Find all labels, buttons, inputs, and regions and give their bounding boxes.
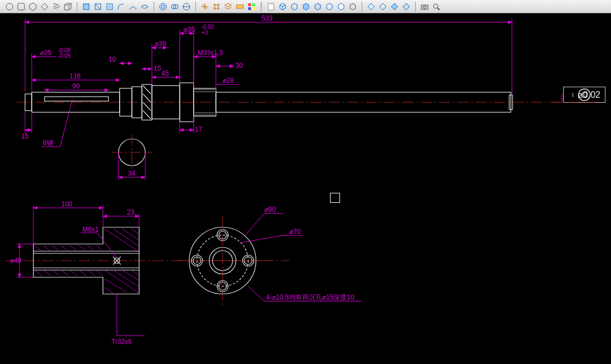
dim-100: 100 — [61, 200, 72, 208]
svg-line-149 — [248, 286, 264, 301]
tb-arca-icon[interactable] — [116, 1, 127, 12]
svg-line-115 — [131, 270, 138, 275]
toolbar-separator — [195, 2, 196, 12]
dim-23: 23 — [127, 208, 135, 216]
tb-cube3-icon[interactable] — [300, 1, 312, 12]
svg-point-26 — [433, 4, 438, 8]
svg-rect-17 — [252, 7, 255, 10]
dim-34: 34 — [128, 169, 136, 177]
tb-boxa-icon[interactable] — [81, 1, 92, 12]
svg-line-93 — [61, 246, 68, 251]
svg-marker-2 — [29, 3, 36, 11]
dim-hole-note: 4-⌀10.5均布再沉孔⌀15深度10 — [266, 293, 354, 301]
tb-paste-icon[interactable] — [265, 1, 277, 12]
toolbar-separator — [154, 2, 154, 12]
dimensions-nut: 100 23 M6x1 ⌀49 Tr32x6 — [10, 200, 145, 346]
tb-orient-icon[interactable] — [234, 1, 245, 12]
dim-d39: ⌀39 — [155, 40, 166, 48]
toolbar-separator — [260, 2, 262, 12]
dim-m6: M6x1 — [82, 226, 99, 233]
drawing-svg: 533 ⌀35 -0.02 +0 ⌀39 ⌀25 -0.08 -0.05 M33… — [0, 13, 611, 364]
tb-gem4-icon[interactable] — [401, 1, 412, 12]
tb-group-view — [198, 1, 259, 12]
tb-arcc-icon[interactable] — [139, 1, 150, 12]
svg-line-91 — [43, 246, 51, 251]
tb-cube2-icon[interactable] — [289, 1, 300, 12]
dim-tr32: Tr32x6 — [111, 338, 132, 346]
dim-d35: ⌀35 — [184, 26, 195, 33]
svg-rect-15 — [252, 3, 255, 6]
svg-line-104 — [88, 270, 95, 276]
tb-cube5-icon[interactable] — [324, 1, 335, 12]
svg-point-8 — [160, 3, 166, 10]
svg-line-124 — [97, 233, 117, 258]
dim-d28: ⌀28 — [223, 77, 234, 84]
svg-marker-21 — [380, 3, 386, 10]
svg-line-98 — [35, 270, 42, 276]
svg-line-90 — [35, 246, 42, 251]
toolbar-separator — [362, 2, 362, 12]
tb-camera-icon[interactable] — [419, 1, 430, 12]
tb-boxb-icon[interactable] — [92, 1, 104, 12]
svg-line-108 — [122, 229, 138, 240]
tb-hex-icon[interactable] — [27, 1, 38, 12]
tb-layers-icon[interactable] — [223, 1, 234, 12]
dim-d35-toll: +0 — [201, 29, 208, 36]
tb-gem1-icon[interactable] — [366, 1, 377, 12]
svg-line-106 — [105, 229, 138, 251]
svg-line-145 — [245, 213, 264, 236]
tb-group-gems — [364, 1, 413, 12]
tb-diamond-icon[interactable] — [39, 1, 50, 12]
tb-zoom-icon[interactable] — [431, 1, 442, 12]
svg-line-38 — [143, 102, 151, 111]
dim-d49: ⌀49 — [10, 257, 22, 265]
tb-grid-icon[interactable] — [211, 1, 222, 12]
svg-line-112 — [105, 288, 112, 292]
dimensions-top: 533 ⌀35 -0.02 +0 ⌀39 ⌀25 -0.08 -0.05 M33… — [21, 14, 562, 180]
tb-box3d-icon[interactable] — [62, 1, 73, 12]
svg-marker-3 — [41, 3, 48, 10]
svg-line-101 — [61, 270, 68, 276]
tb-cube1-icon[interactable] — [277, 1, 288, 12]
dim-17: 17 — [195, 126, 203, 133]
svg-rect-19 — [269, 3, 273, 4]
tb-cube4-icon[interactable] — [312, 1, 323, 12]
svg-line-39 — [143, 111, 151, 119]
tb-ring3-icon[interactable] — [181, 1, 192, 12]
tb-gem2-icon[interactable] — [377, 1, 388, 12]
dim-d90: ⌀90 — [264, 206, 276, 213]
drawing-canvas[interactable]: ⌀0.02 — [0, 13, 611, 364]
svg-line-97 — [97, 246, 102, 251]
dim-30: 30 — [235, 62, 243, 69]
tb-axis-icon[interactable] — [199, 1, 210, 12]
dim-d70: ⌀70 — [289, 228, 301, 236]
svg-line-96 — [88, 246, 95, 251]
svg-line-114 — [122, 270, 138, 280]
dim-45: 45 — [161, 69, 169, 77]
svg-line-147 — [240, 236, 281, 243]
svg-line-92 — [52, 246, 60, 251]
tb-cube6-icon[interactable] — [336, 1, 347, 12]
tb-cube7-icon[interactable] — [347, 1, 358, 12]
svg-line-102 — [70, 270, 77, 276]
tb-ring2-icon[interactable] — [169, 1, 180, 12]
tb-coil-icon[interactable] — [51, 1, 62, 12]
svg-rect-1 — [18, 3, 24, 10]
svg-marker-23 — [403, 3, 410, 10]
tb-circle-icon[interactable] — [4, 1, 15, 12]
tb-gem3-icon[interactable] — [389, 1, 400, 12]
tb-arcb-icon[interactable] — [127, 1, 139, 12]
toolbar-separator — [77, 2, 77, 12]
svg-line-94 — [70, 246, 77, 251]
tb-group-solids — [264, 1, 360, 12]
tb-palette-icon[interactable] — [246, 1, 257, 12]
tb-square-icon[interactable] — [16, 1, 27, 12]
svg-line-81 — [60, 99, 72, 147]
tb-group-rings — [156, 1, 194, 12]
tb-group-shapes — [2, 1, 75, 12]
dim-15b: 15 — [21, 132, 29, 140]
tb-boxc-icon[interactable] — [104, 1, 115, 12]
tb-ring1-icon[interactable] — [157, 1, 169, 12]
dim-10: 10 — [109, 56, 116, 63]
svg-line-95 — [79, 246, 86, 251]
